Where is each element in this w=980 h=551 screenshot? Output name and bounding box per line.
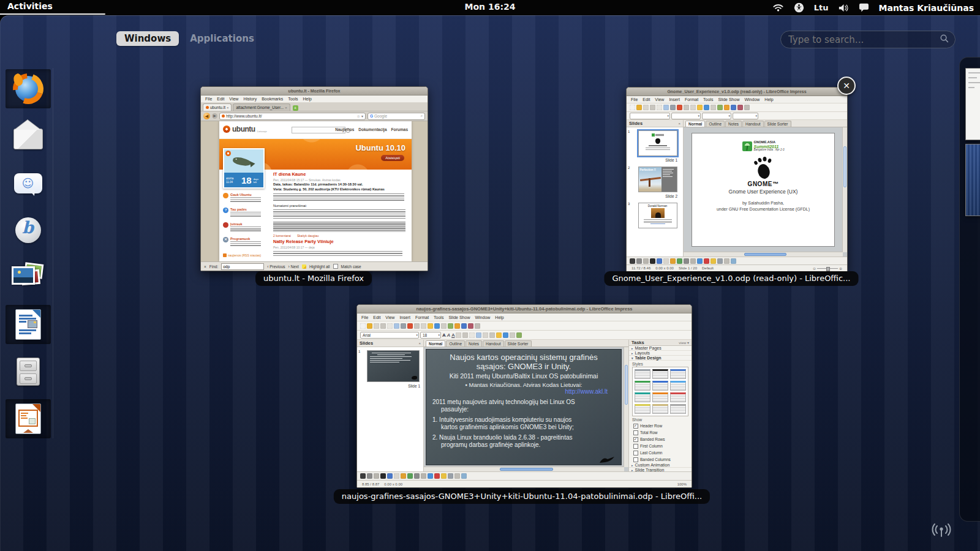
toolbar-icon[interactable] bbox=[744, 105, 750, 110]
article-title[interactable]: Natty Release Party Vilniuje bbox=[273, 239, 407, 244]
toolbar-icon[interactable] bbox=[475, 323, 480, 329]
find-input[interactable] bbox=[221, 263, 264, 270]
tab-applications[interactable]: Applications bbox=[189, 31, 255, 46]
nav-link[interactable]: Naujienos bbox=[335, 127, 354, 132]
draw-tool-icon[interactable] bbox=[677, 258, 682, 264]
checkbox-last-column[interactable] bbox=[633, 451, 638, 455]
draw-tool-icon[interactable] bbox=[428, 473, 433, 479]
toolbar-icon[interactable] bbox=[441, 323, 447, 329]
new-tab-button[interactable]: + bbox=[293, 105, 298, 111]
checkbox-first-column[interactable] bbox=[633, 444, 638, 449]
rss-link[interactable]: naujienos (RSS srautas) bbox=[223, 253, 268, 257]
draw-tool-icon[interactable] bbox=[454, 473, 460, 479]
menu-item[interactable]: Help bbox=[762, 97, 775, 102]
menu-item[interactable]: Window bbox=[742, 97, 762, 102]
draw-tool-icon[interactable] bbox=[643, 258, 649, 264]
view-tab-outline[interactable]: Outline bbox=[706, 121, 725, 127]
table-style-swatch[interactable] bbox=[635, 404, 650, 414]
toolbar-icon[interactable] bbox=[428, 323, 433, 329]
view-tab-notes[interactable]: Notes bbox=[725, 121, 742, 127]
draw-tool-icon[interactable] bbox=[441, 473, 447, 479]
draw-tool-icon[interactable] bbox=[434, 473, 440, 479]
toolbar-icon[interactable] bbox=[468, 323, 473, 329]
ubuntu-logo[interactable]: ubuntu Lietuvoje bbox=[223, 125, 267, 133]
format-icon[interactable] bbox=[503, 332, 508, 338]
font-size-combo[interactable]: 18 bbox=[420, 332, 441, 339]
menu-item[interactable]: View bbox=[383, 315, 397, 320]
toolbar-icon[interactable] bbox=[414, 323, 420, 329]
keyboard-layout-indicator[interactable]: Ltu bbox=[814, 3, 829, 12]
sidebar-item[interactable]: Įsitrauk bbox=[223, 222, 268, 233]
url-dropdown-icon[interactable]: ▾ bbox=[361, 114, 363, 118]
toolbar-icon[interactable] bbox=[650, 105, 655, 110]
format-icon[interactable] bbox=[510, 332, 515, 338]
draw-tool-icon[interactable] bbox=[636, 258, 642, 264]
draw-tool-icon[interactable] bbox=[663, 258, 669, 264]
toolbar-icon[interactable] bbox=[448, 323, 453, 329]
table-style-swatch[interactable] bbox=[635, 369, 650, 379]
dock-item-shotwell[interactable] bbox=[6, 258, 51, 297]
draw-tool-icon[interactable] bbox=[360, 473, 366, 479]
draw-tool-icon[interactable] bbox=[421, 473, 426, 479]
toolbar-icon[interactable] bbox=[407, 323, 413, 329]
vertical-scrollbar[interactable] bbox=[842, 127, 847, 252]
checkbox-banded-columns[interactable] bbox=[633, 457, 638, 462]
checkbox-banded-rows[interactable] bbox=[633, 437, 638, 442]
url-bar[interactable]: http://www.ubuntu.lt/ ☆ ▾ bbox=[219, 113, 366, 120]
table-style-swatch[interactable] bbox=[635, 392, 650, 402]
browser-tab-active[interactable]: ubuntu.lt × bbox=[203, 103, 232, 111]
draw-tool-icon[interactable] bbox=[367, 473, 372, 479]
draw-tool-icon[interactable] bbox=[724, 258, 729, 264]
user-menu[interactable]: Mantas Kriaučiūnas bbox=[879, 3, 974, 13]
view-tab-handout[interactable]: Handout bbox=[483, 340, 504, 347]
toolbar-icon[interactable] bbox=[380, 323, 386, 329]
toolbar-icon[interactable] bbox=[434, 323, 440, 329]
tasks-section-table-design[interactable]: ▾Table Design bbox=[629, 356, 692, 361]
table-style-swatch[interactable] bbox=[670, 381, 686, 391]
forward-button[interactable]: ▶ bbox=[212, 113, 217, 119]
horizontal-scrollbar[interactable] bbox=[424, 467, 624, 471]
tab-close-icon[interactable]: × bbox=[227, 106, 229, 110]
toolbar-icon[interactable] bbox=[461, 323, 467, 329]
tasks-view-menu[interactable]: view ▾ bbox=[679, 340, 689, 345]
find-close-icon[interactable]: × bbox=[204, 264, 206, 269]
menu-item[interactable]: Format bbox=[682, 97, 701, 102]
table-style-swatch[interactable] bbox=[652, 392, 668, 402]
toolbar-icon[interactable] bbox=[710, 105, 716, 110]
menu-item[interactable]: File bbox=[359, 315, 371, 320]
dock-item-firefox[interactable] bbox=[6, 69, 51, 108]
toolbar-icon[interactable] bbox=[717, 105, 723, 110]
slide-thumbnail-2[interactable]: Perfection !! bbox=[638, 167, 677, 192]
wifi-icon[interactable] bbox=[772, 3, 784, 12]
find-previous-button[interactable]: ‹ Previous bbox=[267, 264, 285, 269]
read-more-link[interactable]: Skaityk daugiau bbox=[297, 234, 318, 238]
workspace-thumbnail-1[interactable] bbox=[965, 68, 980, 140]
format-icon[interactable] bbox=[469, 332, 475, 338]
toolbar-icon[interactable] bbox=[367, 323, 372, 329]
toolbar-icon[interactable] bbox=[657, 105, 662, 110]
broadcast-icon[interactable] bbox=[931, 522, 952, 538]
view-tab-slide-sorter[interactable]: Slide Sorter bbox=[505, 340, 532, 347]
view-tab-outline[interactable]: Outline bbox=[446, 340, 465, 347]
menu-item[interactable]: Help bbox=[492, 315, 506, 320]
table-style-swatch[interactable] bbox=[652, 381, 668, 391]
dock-item-empathy[interactable]: ☺ bbox=[6, 163, 51, 203]
toolbar-icon[interactable] bbox=[690, 105, 696, 110]
accessibility-icon[interactable] bbox=[794, 2, 804, 13]
menu-item[interactable]: View bbox=[652, 97, 666, 102]
menu-item[interactable]: Slide Show bbox=[446, 315, 472, 320]
clock[interactable]: Mon 16:24 bbox=[465, 2, 516, 12]
tasks-section-layouts[interactable]: ▸Layouts bbox=[629, 351, 692, 356]
close-window-button[interactable]: ✕ bbox=[837, 77, 856, 95]
slide-thumbnail-1[interactable] bbox=[367, 350, 420, 382]
menu-item[interactable]: Bookmarks bbox=[259, 97, 285, 101]
draw-tool-icon[interactable] bbox=[461, 473, 467, 479]
toolbar-icon[interactable] bbox=[374, 323, 379, 329]
panel-close-icon[interactable]: × bbox=[678, 122, 680, 126]
combo-box[interactable] bbox=[702, 113, 731, 119]
view-tab-normal[interactable]: Normal bbox=[685, 121, 705, 127]
dock-item-libreoffice-writer[interactable] bbox=[6, 305, 51, 344]
draw-tool-icon[interactable] bbox=[684, 258, 689, 264]
search-engine-bar[interactable]: G Google ⌕ bbox=[368, 113, 425, 120]
workspace-thumbnail-2[interactable] bbox=[965, 144, 980, 216]
